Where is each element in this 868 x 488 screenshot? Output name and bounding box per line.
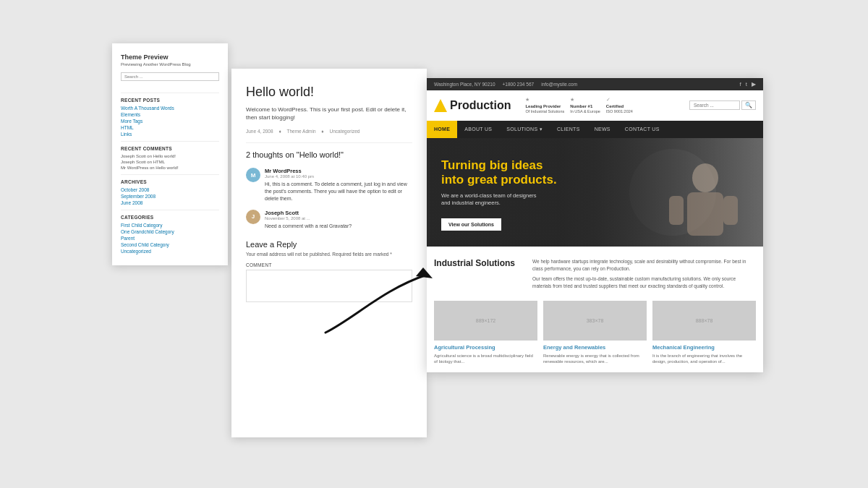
logo-text: Production	[450, 99, 511, 112]
nav-item-contact[interactable]: CONTACT US	[618, 121, 667, 138]
hero-subtitle: We are a world-class team of designersan…	[441, 192, 749, 207]
nav-item-news[interactable]: NEWS	[587, 121, 618, 138]
logo-icon	[434, 99, 447, 112]
card-img-label-2: 888×78	[696, 318, 713, 323]
card-image-0: 889×172	[434, 301, 537, 341]
comment-text-1: Need a comment with a real Gravatar?	[265, 223, 352, 230]
wp-category-link[interactable]: Uncategorized	[121, 249, 219, 254]
comment-text-0: Hi, this is a comment. To delete a comme…	[265, 181, 412, 202]
badge-0: ★ Leading Provider Of Industrial Solutio…	[525, 96, 564, 115]
badge-icon-1: ★	[570, 97, 574, 102]
wp-divider-4	[121, 210, 219, 210]
blog-meta-separator: ♦	[278, 129, 281, 134]
hero-title: Turning big ideasinto great products.	[441, 158, 749, 188]
topbar-phone: +1800 234 567	[503, 82, 535, 87]
wp-comment-line: Joseph Scott on Hello world!	[121, 154, 219, 158]
wp-comment-line: Mr WordPress on Hello world!	[121, 166, 219, 170]
card-title-0[interactable]: Agricultural Processing	[434, 344, 537, 351]
card-img-label-0: 889×172	[476, 318, 495, 323]
blog-post-title: Hello world!	[246, 85, 412, 100]
comment-name-0: Mr WordPress	[265, 168, 412, 174]
wp-post-link[interactable]: More Tags	[121, 119, 219, 124]
badge-sub-0: Of Industrial Solutions	[525, 109, 564, 114]
wp-post-link[interactable]: Worth A Thousand Words	[121, 106, 219, 111]
hero-title-text: Turning big ideasinto great products.	[441, 158, 557, 187]
card-2: 888×78 Mechanical Engineering It is the …	[652, 301, 756, 365]
facebook-icon[interactable]: f	[740, 81, 741, 87]
production-badges: ★ Leading Provider Of Industrial Solutio…	[525, 96, 682, 115]
wp-archive-link[interactable]: June 2008	[121, 200, 219, 205]
card-1: 383×78 Energy and Renewables Renewable e…	[543, 301, 647, 365]
blog-divider	[246, 142, 412, 143]
wp-comment-line: Joseph Scott on HTML	[121, 160, 219, 164]
production-logobar: Production ★ Leading Provider Of Industr…	[427, 90, 763, 121]
blog-meta-date: June 4, 2008	[246, 129, 273, 134]
youtube-icon[interactable]: ▶	[752, 81, 756, 87]
wp-categories-label: CATEGORIES	[121, 215, 219, 220]
wp-category-link[interactable]: Parent	[121, 236, 219, 241]
wp-archives-label: ARCHIVES	[121, 179, 219, 184]
solutions-right: We help hardware startups integrate tech…	[532, 258, 756, 294]
badge-title-0: Leading Provider	[525, 103, 564, 109]
wp-divider-2	[121, 141, 219, 142]
badge-sub-1: In USA & Europe	[570, 109, 600, 114]
nav-item-solutions[interactable]: SOLUTIONS ▾	[499, 121, 550, 138]
comment-content-1: Joseph Scott November 5, 2008 at ... Nee…	[265, 210, 352, 230]
twitter-icon[interactable]: t	[746, 81, 747, 87]
hero-cta-button[interactable]: View our Solutions	[441, 218, 501, 231]
card-0: 889×172 Agricultural Processing Agricult…	[434, 301, 537, 365]
solutions-section: Industrial Solutions We help hardware st…	[427, 247, 763, 301]
comment-avatar-0: M	[246, 168, 260, 182]
comment-content-0: Mr WordPress June 4, 2008 at 10:40 pm Hi…	[265, 168, 412, 202]
comment-textarea[interactable]	[246, 270, 412, 302]
production-hero: Turning big ideasinto great products. We…	[427, 138, 763, 247]
card-image-1: 383×78	[543, 301, 647, 341]
production-search-button[interactable]: 🔍	[741, 100, 756, 110]
production-topbar: Washington Place, NY 90210 +1800 234 567…	[427, 78, 763, 90]
production-logo[interactable]: Production	[434, 99, 511, 112]
solutions-left: Industrial Solutions	[434, 258, 521, 294]
badge-title-1: Number #1	[570, 103, 600, 109]
wordpress-preview-panel: Theme Preview Previewing Another WordPre…	[112, 43, 228, 265]
wp-search-input[interactable]	[121, 72, 219, 81]
solutions-para1: We help hardware startups integrate tech…	[532, 258, 756, 273]
production-search-input[interactable]	[689, 100, 740, 110]
wp-post-link[interactable]: Elements	[121, 112, 219, 117]
wp-category-link[interactable]: One Grandchild Category	[121, 229, 219, 234]
wp-category-link[interactable]: Second Child Category	[121, 242, 219, 247]
nav-item-clients[interactable]: CLIENTS	[550, 121, 587, 138]
comment-block-1: J Joseph Scott November 5, 2008 at ... N…	[246, 210, 412, 230]
wp-preview-title: Theme Preview	[121, 53, 219, 61]
comment-date-1: November 5, 2008 at ...	[265, 216, 352, 221]
blog-post-panel: Hello world! Welcome to WordPress. This …	[231, 69, 427, 437]
card-text-0: Agricultural science is a broad multidis…	[434, 353, 537, 365]
blog-meta-category: Uncategorized	[330, 129, 360, 134]
blog-meta-author: Theme Admin	[286, 129, 315, 134]
solution-cards: 889×172 Agricultural Processing Agricult…	[427, 301, 763, 372]
hero-subtitle-text: We are a world-class team of designersan…	[441, 192, 537, 207]
card-img-label-1: 383×78	[587, 318, 604, 323]
wp-post-link[interactable]: Links	[121, 132, 219, 137]
wp-archive-link[interactable]: October 2008	[121, 187, 219, 192]
badge-1: ★ Number #1 In USA & Europe	[570, 96, 600, 115]
reply-note: Your email address will not be published…	[246, 252, 412, 257]
blog-post-meta: June 4, 2008 ♦ Theme Admin ♦ Uncategoriz…	[246, 129, 412, 134]
solutions-para2: Our team offers the most up-to-date, sus…	[532, 275, 756, 290]
card-title-1[interactable]: Energy and Renewables	[543, 344, 647, 351]
badge-2: ✓ Certified ISO 9001:2024	[606, 96, 633, 115]
card-text-1: Renewable energy is energy that is colle…	[543, 353, 647, 365]
nav-item-about[interactable]: ABOUT US	[457, 121, 499, 138]
card-image-2: 888×78	[652, 301, 756, 341]
hero-content: Turning big ideasinto great products. We…	[441, 158, 749, 231]
topbar-address: Washington Place, NY 90210	[434, 82, 495, 87]
card-title-2[interactable]: Mechanical Engineering	[652, 344, 756, 351]
blog-comments-title: 2 thoughts on "Hello world!"	[246, 150, 412, 159]
topbar-email: info@mysite.com	[541, 82, 577, 87]
wp-category-link[interactable]: First Child Category	[121, 223, 219, 228]
topbar-left: Washington Place, NY 90210 +1800 234 567…	[434, 82, 577, 87]
wp-post-link[interactable]: HTML	[121, 125, 219, 130]
wp-archive-link[interactable]: September 2008	[121, 194, 219, 199]
wp-recent-posts-label: RECENT POSTS	[121, 98, 219, 103]
badge-sub-2: ISO 9001:2024	[606, 109, 633, 114]
nav-item-home[interactable]: HOME	[427, 121, 457, 138]
